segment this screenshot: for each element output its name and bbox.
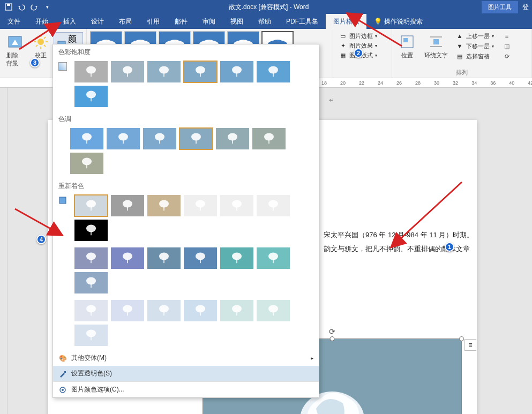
- color-swatch[interactable]: [179, 128, 213, 149]
- color-swatch[interactable]: [220, 61, 253, 82]
- wrap-icon: [428, 33, 445, 50]
- color-swatch[interactable]: [257, 61, 290, 82]
- color-swatch[interactable]: [74, 272, 108, 293]
- svg-point-56: [232, 200, 242, 208]
- annotation-badge-2: 2: [354, 48, 363, 58]
- qat-more-icon[interactable]: ▾: [41, 1, 54, 13]
- color-swatch[interactable]: [184, 61, 217, 82]
- tab-review[interactable]: 审阅: [195, 14, 223, 29]
- tab-home[interactable]: 开始: [28, 14, 56, 29]
- svg-point-84: [232, 305, 242, 313]
- color-swatch[interactable]: [143, 128, 176, 149]
- redo-button[interactable]: [28, 1, 41, 13]
- paragraph-mark: ↵: [329, 96, 334, 104]
- svg-line-11: [44, 37, 46, 39]
- set-transparent-label: 设置透明色(S): [71, 369, 112, 378]
- tab-pdf[interactable]: PDF工具集: [279, 14, 326, 29]
- color-swatch[interactable]: [74, 325, 108, 346]
- color-swatch[interactable]: [111, 195, 144, 216]
- rotate-button[interactable]: ⟳: [500, 51, 513, 61]
- color-swatch[interactable]: [74, 195, 108, 216]
- bring-forward-button[interactable]: ▲上移一层▾: [453, 31, 496, 41]
- svg-point-78: [123, 305, 132, 313]
- color-swatch[interactable]: [74, 220, 108, 241]
- color-swatch[interactable]: [216, 128, 249, 149]
- color-swatch[interactable]: [70, 128, 103, 149]
- rotate-handle-icon[interactable]: ⟳: [329, 327, 335, 336]
- saturation-icon: [58, 62, 67, 71]
- remove-background-button[interactable]: 删除背景: [3, 31, 27, 70]
- window-title: 散文.docx [兼容模式] - Word: [56, 3, 482, 12]
- color-swatch[interactable]: [147, 195, 181, 216]
- color-swatch[interactable]: [111, 61, 144, 82]
- color-swatch[interactable]: [74, 86, 108, 107]
- tab-insert[interactable]: 插入: [56, 14, 84, 29]
- annotation-badge-3: 3: [30, 58, 40, 67]
- layout-options-icon: ≡: [468, 341, 472, 349]
- wrap-text-button[interactable]: 环绕文字: [421, 31, 451, 62]
- tab-references[interactable]: 引用: [139, 14, 167, 29]
- color-swatch[interactable]: [184, 300, 217, 321]
- color-options-icon: [58, 386, 67, 394]
- svg-rect-15: [433, 39, 439, 44]
- position-button[interactable]: 位置: [395, 31, 419, 62]
- tell-me-search[interactable]: 💡 操作说明搜索: [366, 14, 430, 29]
- tab-help[interactable]: 帮助: [251, 14, 279, 29]
- set-transparent-color-item[interactable]: 设置透明色(S): [53, 366, 319, 381]
- color-swatch[interactable]: [184, 195, 217, 216]
- quick-access-toolbar: ▾: [0, 1, 56, 13]
- color-swatch[interactable]: [220, 195, 253, 216]
- group-button[interactable]: ◫: [500, 41, 513, 51]
- tab-file[interactable]: 文件: [0, 14, 28, 29]
- tab-mailings[interactable]: 邮件: [167, 14, 195, 29]
- color-swatch[interactable]: [257, 195, 290, 216]
- svg-point-31: [86, 91, 96, 99]
- ruler-ticks: 182022 242628 303234 364042 44: [321, 80, 532, 86]
- tab-design[interactable]: 设计: [84, 14, 111, 29]
- tab-layout[interactable]: 布局: [111, 14, 139, 29]
- save-button[interactable]: [2, 1, 15, 13]
- tab-view[interactable]: 视图: [223, 14, 251, 29]
- lightbulb-icon: 💡: [374, 18, 382, 25]
- color-swatch[interactable]: [257, 300, 290, 321]
- more-variations-label: 其他变体(M): [71, 353, 107, 363]
- color-swatch[interactable]: [107, 128, 140, 149]
- color-swatch[interactable]: [147, 61, 181, 82]
- login-button[interactable]: 登: [522, 3, 532, 12]
- layout-options-button[interactable]: ≡: [464, 339, 476, 351]
- send-backward-button[interactable]: ▼下移一层▾: [453, 41, 496, 51]
- color-swatch[interactable]: [220, 247, 253, 269]
- svg-point-76: [86, 305, 96, 313]
- selection-pane-button[interactable]: ▤选择窗格: [453, 51, 496, 61]
- color-swatch[interactable]: [184, 247, 217, 269]
- resize-handle[interactable]: [459, 336, 464, 341]
- svg-point-80: [159, 305, 169, 313]
- color-swatch[interactable]: [74, 61, 108, 82]
- color-swatch[interactable]: [220, 300, 253, 321]
- color-swatch[interactable]: [74, 247, 108, 269]
- color-swatch[interactable]: [257, 247, 290, 269]
- tell-me-label: 操作说明搜索: [384, 17, 423, 26]
- svg-point-23: [159, 66, 169, 74]
- more-variations-item[interactable]: 🎨 其他变体(M) ▸: [53, 350, 319, 366]
- tab-picture-format[interactable]: 图片格式: [326, 14, 366, 29]
- ribbon-group-arrange: 位置 环绕文字 ▲上移一层▾ ▼下移一层▾ ▤选择窗格 ≡ ◫ ⟳ 排列: [392, 29, 532, 78]
- color-swatch[interactable]: [111, 247, 144, 269]
- ribbon-group-adjust: 删除背景 校正: [0, 29, 50, 78]
- color-swatch[interactable]: [147, 247, 181, 269]
- color-swatch[interactable]: [70, 153, 103, 174]
- color-swatch[interactable]: [74, 300, 108, 321]
- svg-point-21: [123, 66, 132, 74]
- align-button[interactable]: ≡: [500, 31, 513, 41]
- svg-point-82: [196, 305, 205, 313]
- color-swatch[interactable]: [147, 300, 181, 321]
- svg-point-3: [38, 39, 44, 45]
- resize-handle[interactable]: [330, 336, 335, 341]
- color-swatch[interactable]: [252, 128, 286, 149]
- picture-effects-button[interactable]: ✦图片效果▾: [336, 41, 388, 50]
- picture-color-options-item[interactable]: 图片颜色选项(C)...: [53, 381, 319, 397]
- svg-point-41: [228, 133, 237, 141]
- color-swatch[interactable]: [111, 300, 144, 321]
- picture-border-button[interactable]: ▭图片边框▾: [336, 31, 388, 41]
- undo-button[interactable]: [15, 1, 28, 13]
